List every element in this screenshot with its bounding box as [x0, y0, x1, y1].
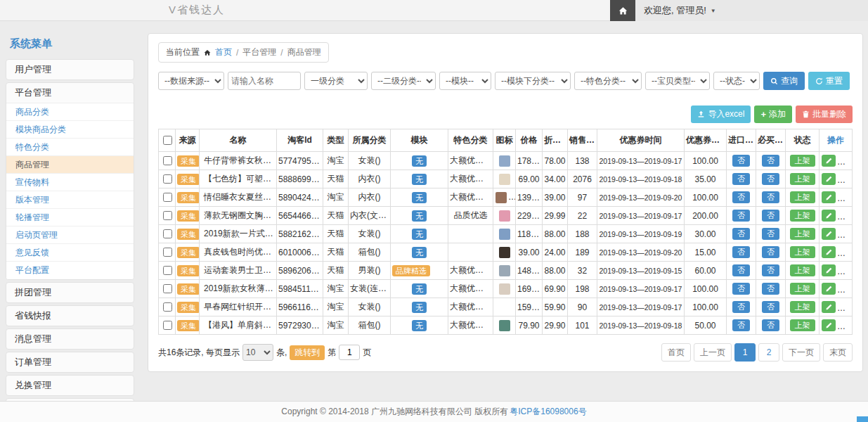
- per-page-select[interactable]: 10: [242, 344, 273, 361]
- breadcrumb-home-link[interactable]: 首页: [215, 46, 232, 58]
- jump-page-input[interactable]: [339, 345, 360, 360]
- edit-button[interactable]: [822, 191, 836, 203]
- import-select-toggle[interactable]: 否: [732, 283, 750, 295]
- icp-link[interactable]: 粤ICP备16098006号: [510, 406, 586, 418]
- row-checkbox[interactable]: [163, 321, 172, 330]
- sidebar-subitem-launch-page-management[interactable]: 启动页管理: [6, 226, 134, 244]
- page-button[interactable]: 2: [758, 343, 779, 362]
- table-row: 采集早春网红针织开衫女春...596611634525淘宝女装()无大额优惠券1…: [159, 298, 853, 316]
- must-buy-toggle[interactable]: 否: [762, 283, 779, 295]
- status-button[interactable]: 上架: [790, 228, 815, 240]
- level1-category-select[interactable]: 一级分类: [304, 72, 368, 90]
- search-button[interactable]: 查询: [763, 72, 805, 90]
- sidebar-item-user-management[interactable]: 用户管理: [6, 60, 134, 79]
- row-checkbox[interactable]: [163, 284, 172, 293]
- sidebar-subitem-featured-category[interactable]: 特色分类: [6, 139, 134, 156]
- row-checkbox[interactable]: [163, 211, 172, 220]
- status-button[interactable]: 上架: [790, 173, 815, 185]
- sidebar-subitem-carousel-management[interactable]: 轮播管理: [6, 209, 134, 226]
- row-checkbox[interactable]: [163, 248, 172, 257]
- status-button[interactable]: 上架: [790, 319, 815, 331]
- import-select-toggle[interactable]: 否: [732, 301, 750, 313]
- reset-button[interactable]: 重置: [808, 72, 850, 90]
- cell-name: 薄款无钢圈文胸聚拢性...: [200, 207, 277, 225]
- import-select-toggle[interactable]: 否: [732, 319, 750, 331]
- edit-button[interactable]: [822, 319, 836, 331]
- page-button[interactable]: 下一页: [782, 343, 820, 362]
- row-checkbox[interactable]: [163, 193, 172, 202]
- pagination-summary: 共16条记录, 每页显示 10 条, 跳转到 第 页: [158, 344, 371, 361]
- edit-button[interactable]: [822, 283, 836, 295]
- status-button[interactable]: 上架: [790, 246, 815, 258]
- page-button[interactable]: 上一页: [694, 343, 732, 362]
- sidebar-item-exchange-management[interactable]: 兑换管理: [6, 376, 134, 395]
- must-buy-toggle[interactable]: 否: [762, 210, 779, 222]
- edit-button[interactable]: [822, 246, 836, 258]
- status-button[interactable]: 上架: [790, 210, 815, 222]
- edit-button[interactable]: [822, 264, 836, 276]
- status-button[interactable]: 上架: [790, 155, 815, 167]
- status-button[interactable]: 上架: [790, 264, 815, 276]
- sidebar-subitem-platform-config[interactable]: 平台配置: [6, 262, 134, 279]
- edit-button[interactable]: [822, 301, 836, 313]
- import-select-toggle[interactable]: 否: [732, 191, 750, 203]
- must-buy-toggle[interactable]: 否: [762, 246, 779, 258]
- sidebar-item-platform-management[interactable]: 平台管理: [6, 83, 134, 103]
- sidebar-item-message-management[interactable]: 消息管理: [6, 329, 134, 349]
- data-source-select[interactable]: --数据来源--: [158, 72, 224, 90]
- must-buy-toggle[interactable]: 否: [762, 264, 779, 276]
- must-buy-toggle[interactable]: 否: [762, 301, 779, 313]
- import-select-toggle[interactable]: 否: [732, 155, 750, 167]
- import-excel-button[interactable]: 导入excel: [691, 106, 751, 123]
- name-search-input[interactable]: [228, 72, 301, 90]
- module-select[interactable]: --模块--: [439, 72, 491, 90]
- must-buy-toggle[interactable]: 否: [762, 191, 779, 203]
- edit-button[interactable]: [822, 210, 836, 222]
- level2-category-select[interactable]: --二级分类--: [371, 72, 436, 90]
- sidebar-item-order-management[interactable]: 订单管理: [6, 352, 134, 372]
- home-button[interactable]: [610, 0, 635, 21]
- import-select-toggle[interactable]: 否: [732, 228, 750, 240]
- sidebar-item-saving-express[interactable]: 省钱快报: [6, 306, 134, 326]
- page-button[interactable]: 末页: [823, 343, 853, 362]
- module-subcategory-select[interactable]: --模块下分类--: [495, 72, 571, 90]
- edit-button[interactable]: [822, 173, 836, 185]
- must-buy-toggle[interactable]: 否: [762, 173, 779, 185]
- sidebar-subitem-product-management[interactable]: 商品管理: [6, 156, 134, 174]
- status-select[interactable]: --状态--: [713, 72, 760, 90]
- status-button[interactable]: 上架: [790, 283, 815, 295]
- sidebar-subitem-product-category[interactable]: 商品分类: [6, 103, 134, 121]
- edit-button[interactable]: [822, 155, 836, 167]
- select-all-checkbox[interactable]: [163, 136, 172, 145]
- item-type-select[interactable]: --宝贝类型--: [645, 72, 710, 90]
- row-checkbox[interactable]: [163, 156, 172, 165]
- must-buy-toggle[interactable]: 否: [762, 155, 779, 167]
- import-select-toggle[interactable]: 否: [732, 173, 750, 185]
- sidebar-subitem-version-management[interactable]: 版本管理: [6, 191, 134, 209]
- status-button[interactable]: 上架: [790, 301, 815, 313]
- page-button[interactable]: 1: [734, 343, 756, 362]
- jump-button[interactable]: 跳转到: [290, 345, 325, 360]
- must-buy-toggle[interactable]: 否: [762, 319, 779, 331]
- sidebar-item-group-buy-management[interactable]: 拼团管理: [6, 283, 134, 302]
- must-buy-toggle[interactable]: 否: [762, 228, 779, 240]
- import-select-toggle[interactable]: 否: [732, 210, 750, 222]
- import-select-toggle[interactable]: 否: [732, 264, 750, 276]
- row-checkbox[interactable]: [163, 229, 172, 238]
- edit-button[interactable]: [822, 228, 836, 240]
- row-checkbox[interactable]: [163, 266, 172, 275]
- cell-price: 159.90: [516, 298, 543, 316]
- row-checkbox[interactable]: [163, 174, 172, 184]
- status-button[interactable]: 上架: [790, 191, 815, 203]
- user-menu[interactable]: 欢迎您, 管理员! ▼: [635, 0, 725, 21]
- sidebar-subitem-promo-materials[interactable]: 宣传物料: [6, 174, 134, 191]
- column-header: 必买清单: [756, 129, 786, 152]
- batch-delete-button[interactable]: 批量删除: [796, 106, 853, 123]
- add-button[interactable]: + 添加: [754, 106, 792, 123]
- page-button[interactable]: 首页: [661, 343, 691, 362]
- import-select-toggle[interactable]: 否: [732, 246, 750, 258]
- sidebar-subitem-feedback[interactable]: 意见反馈: [6, 244, 134, 262]
- featured-category-select[interactable]: --特色分类--: [574, 72, 642, 90]
- row-checkbox[interactable]: [163, 302, 172, 312]
- sidebar-subitem-module-product-category[interactable]: 模块商品分类: [6, 121, 134, 139]
